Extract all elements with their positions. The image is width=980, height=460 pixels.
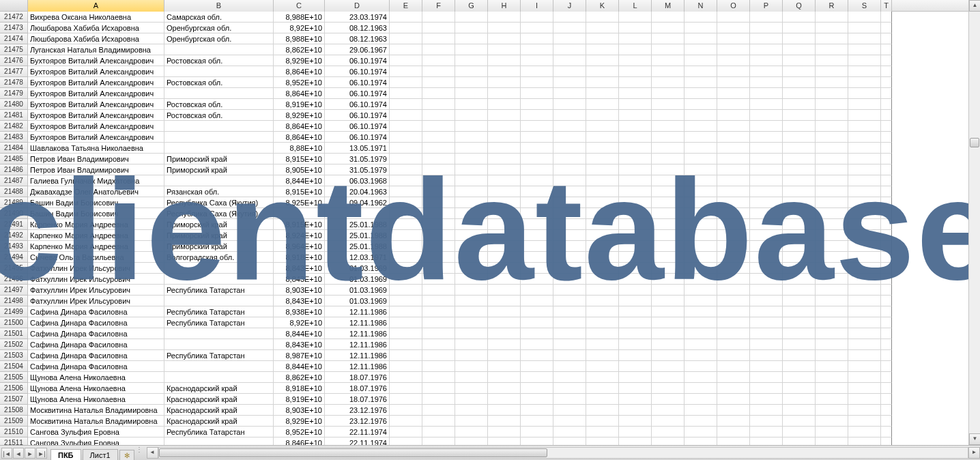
cell[interactable] xyxy=(488,350,521,361)
row-header[interactable]: 21510 xyxy=(0,427,28,437)
cell[interactable] xyxy=(390,383,422,394)
row-header[interactable]: 21476 xyxy=(0,55,28,66)
cell[interactable] xyxy=(750,186,783,197)
cell[interactable] xyxy=(717,12,750,23)
cell[interactable]: 13.05.1971 xyxy=(325,143,390,154)
cell[interactable] xyxy=(816,44,848,55)
cell[interactable] xyxy=(586,361,619,372)
cell[interactable] xyxy=(816,143,848,154)
cell[interactable] xyxy=(422,350,455,361)
cell[interactable] xyxy=(848,306,881,317)
cell[interactable] xyxy=(717,143,750,154)
cell[interactable]: Оренбургская обл. xyxy=(164,23,274,33)
cell[interactable] xyxy=(553,208,586,219)
cell[interactable] xyxy=(488,12,521,23)
cell[interactable] xyxy=(586,274,619,285)
cell[interactable] xyxy=(488,88,521,99)
cell[interactable] xyxy=(488,361,521,372)
cell[interactable] xyxy=(390,23,422,33)
cell[interactable]: 22.11.1974 xyxy=(325,437,390,445)
cell[interactable] xyxy=(783,383,816,394)
cell[interactable] xyxy=(652,99,684,110)
cell[interactable] xyxy=(750,339,783,350)
cell[interactable]: 8,88E+10 xyxy=(274,143,325,154)
cell[interactable] xyxy=(848,154,881,164)
cell[interactable] xyxy=(390,263,422,274)
cell[interactable] xyxy=(848,110,881,121)
cell[interactable] xyxy=(783,55,816,66)
cell[interactable] xyxy=(783,77,816,88)
row-header[interactable]: 21473 xyxy=(0,23,28,33)
cell[interactable] xyxy=(783,88,816,99)
cell[interactable] xyxy=(488,252,521,263)
cell[interactable] xyxy=(848,339,881,350)
cell[interactable] xyxy=(816,241,848,252)
cell[interactable] xyxy=(848,55,881,66)
cell[interactable] xyxy=(488,99,521,110)
row-header[interactable]: 21498 xyxy=(0,296,28,306)
cell[interactable] xyxy=(586,186,619,197)
cell[interactable] xyxy=(553,110,586,121)
cell[interactable] xyxy=(750,143,783,154)
cell[interactable] xyxy=(684,164,717,175)
cell[interactable] xyxy=(750,274,783,285)
vscroll-thumb[interactable] xyxy=(970,138,979,147)
cell[interactable] xyxy=(783,427,816,437)
cell[interactable] xyxy=(750,416,783,427)
cell[interactable] xyxy=(390,219,422,230)
cell[interactable] xyxy=(783,175,816,186)
cell[interactable]: Сычева Ольга Васильевна xyxy=(28,252,164,263)
cell[interactable] xyxy=(586,394,619,405)
cell[interactable] xyxy=(684,230,717,241)
cell[interactable]: Люшбарова Хабиба Исхаровна xyxy=(28,33,164,44)
cell[interactable] xyxy=(652,263,684,274)
cell[interactable]: 06.10.1974 xyxy=(325,55,390,66)
cell[interactable] xyxy=(390,394,422,405)
cell[interactable] xyxy=(816,186,848,197)
cell[interactable]: Приморский край xyxy=(164,230,274,241)
cell[interactable]: 8,952E+10 xyxy=(274,77,325,88)
tab-next-button[interactable]: ► xyxy=(25,448,35,459)
cell[interactable] xyxy=(684,263,717,274)
cell[interactable] xyxy=(717,208,750,219)
cell[interactable] xyxy=(881,416,892,427)
cell[interactable] xyxy=(488,175,521,186)
cell[interactable] xyxy=(848,383,881,394)
cell[interactable] xyxy=(717,416,750,427)
cell[interactable] xyxy=(553,164,586,175)
cell[interactable] xyxy=(455,186,488,197)
cell[interactable] xyxy=(848,350,881,361)
cell[interactable]: 8,988E+10 xyxy=(274,12,325,23)
cell[interactable]: 8,846E+10 xyxy=(274,437,325,445)
cell[interactable] xyxy=(521,252,553,263)
cell[interactable] xyxy=(390,252,422,263)
cell[interactable] xyxy=(521,197,553,208)
cell[interactable] xyxy=(553,252,586,263)
cell[interactable] xyxy=(816,132,848,143)
cell[interactable] xyxy=(652,437,684,445)
cell[interactable] xyxy=(619,306,652,317)
cell[interactable]: 8,92E+10 xyxy=(274,317,325,328)
cell[interactable] xyxy=(717,164,750,175)
cell[interactable] xyxy=(422,306,455,317)
cell[interactable] xyxy=(652,416,684,427)
cell[interactable] xyxy=(455,33,488,44)
cell[interactable] xyxy=(783,416,816,427)
cell[interactable]: 8,929E+10 xyxy=(274,416,325,427)
cell[interactable] xyxy=(881,197,892,208)
cell[interactable] xyxy=(488,230,521,241)
cell[interactable] xyxy=(619,219,652,230)
cell[interactable] xyxy=(717,339,750,350)
cell[interactable] xyxy=(652,33,684,44)
cell[interactable]: Карпенко Мария Андреевна xyxy=(28,230,164,241)
cell[interactable] xyxy=(619,394,652,405)
cell[interactable] xyxy=(848,175,881,186)
cell[interactable] xyxy=(848,143,881,154)
cell[interactable] xyxy=(717,274,750,285)
cell[interactable] xyxy=(848,88,881,99)
cell[interactable] xyxy=(164,175,274,186)
cell[interactable] xyxy=(652,241,684,252)
cell[interactable] xyxy=(816,99,848,110)
cell[interactable] xyxy=(488,394,521,405)
cell[interactable] xyxy=(586,12,619,23)
